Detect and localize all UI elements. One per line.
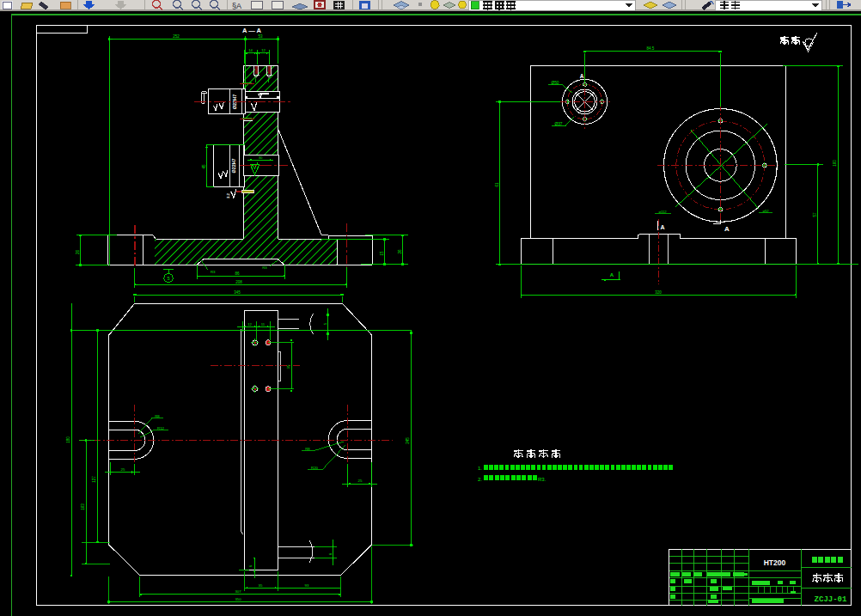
svg-text:ø112: ø112 — [658, 210, 667, 214]
svg-text:345: 345 — [234, 290, 241, 295]
svg-text:350: 350 — [235, 597, 241, 601]
svg-text:25: 25 — [121, 467, 125, 472]
svg-text:35: 35 — [259, 583, 263, 588]
svg-text:HT200: HT200 — [764, 558, 786, 567]
svg-text:163: 163 — [81, 503, 85, 510]
svg-text:12: 12 — [247, 322, 252, 326]
svg-text:53: 53 — [258, 34, 263, 39]
svg-text:208: 208 — [235, 280, 242, 284]
svg-text:R3: R3 — [211, 270, 216, 274]
svg-text:320: 320 — [655, 290, 662, 295]
svg-text:245: 245 — [406, 437, 410, 444]
svg-text:Ø37: Ø37 — [554, 122, 562, 126]
svg-text:R20: R20 — [311, 466, 318, 470]
svg-text:25: 25 — [358, 479, 363, 483]
svg-text:A — A: A — A — [242, 27, 262, 34]
svg-text:ZCJJ-01: ZCJJ-01 — [815, 595, 847, 604]
svg-text:R12: R12 — [157, 426, 164, 430]
svg-text:61: 61 — [495, 182, 499, 187]
svg-text:45: 45 — [202, 164, 206, 169]
svg-text:11: 11 — [261, 322, 266, 326]
svg-text:86: 86 — [235, 271, 240, 276]
svg-text:127: 127 — [92, 476, 96, 483]
svg-text:93: 93 — [305, 583, 309, 588]
svg-text:26: 26 — [398, 249, 402, 254]
svg-text:57: 57 — [813, 212, 817, 217]
svg-text:15: 15 — [380, 251, 384, 256]
svg-text:R3.: R3. — [538, 477, 547, 482]
svg-text:14: 14 — [248, 48, 253, 52]
svg-text:12: 12 — [261, 48, 266, 52]
svg-text:Ø22H7: Ø22H7 — [231, 158, 236, 173]
svg-text:180: 180 — [66, 436, 70, 443]
svg-text:R3: R3 — [262, 265, 267, 270]
svg-text:26: 26 — [76, 250, 80, 255]
svg-text:5: 5 — [167, 276, 169, 281]
svg-text:35: 35 — [286, 364, 290, 369]
svg-text:Ø50: Ø50 — [551, 81, 559, 85]
svg-text:R8: R8 — [305, 447, 310, 451]
svg-text:84.5: 84.5 — [647, 46, 655, 51]
svg-text:R8: R8 — [155, 414, 160, 418]
svg-text:A: A — [580, 73, 584, 79]
svg-text:307: 307 — [235, 589, 241, 594]
svg-text:A: A — [610, 272, 614, 278]
svg-text:252: 252 — [173, 34, 180, 39]
svg-text:3.2: 3.2 — [226, 192, 230, 198]
svg-text:A: A — [724, 225, 730, 233]
svg-text:160: 160 — [833, 160, 837, 167]
svg-text:30: 30 — [259, 156, 263, 160]
svg-text:ø52: ø52 — [762, 209, 769, 213]
svg-text:1.: 1. — [478, 466, 482, 471]
svg-text:A: A — [660, 224, 664, 230]
svg-text:§A: §A — [232, 2, 241, 10]
svg-text:2.: 2. — [478, 477, 482, 482]
